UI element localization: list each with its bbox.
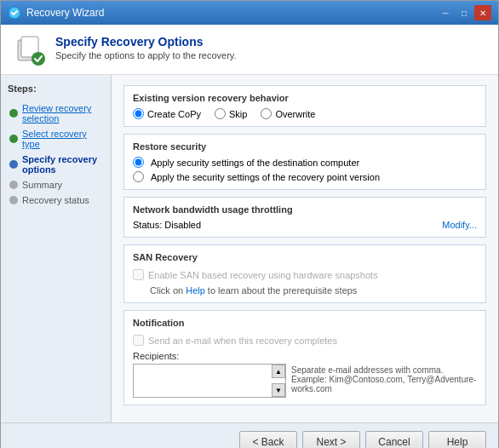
sidebar-item-summary[interactable]: Summary — [8, 177, 104, 192]
san-click-text2: to learn about the prerequisite steps — [205, 285, 358, 296]
radio-dest-input[interactable] — [133, 157, 144, 168]
sidebar-label-specify: Specify recovery options — [22, 154, 102, 175]
sidebar-item-review[interactable]: Review recovery selection — [8, 101, 104, 126]
san-checkbox[interactable] — [133, 269, 144, 280]
recipients-down-btn[interactable]: ▼ — [272, 383, 285, 397]
sidebar-label-select-type: Select recovery type — [22, 129, 102, 149]
modify-link[interactable]: Modify... — [442, 220, 477, 230]
notification-checkbox-text: Send an e-mail when this recovery comple… — [148, 336, 337, 346]
radio-overwrite[interactable]: Overwrite — [261, 108, 315, 119]
existing-version-options: Create CoPy Skip Overwrite — [133, 108, 477, 119]
radio-copy-input[interactable] — [133, 108, 144, 119]
existing-version-section: Existing version recovery behavior Creat… — [123, 85, 486, 127]
page-title: Specify Recovery Options — [55, 35, 237, 49]
recovery-wizard-window: Recovery Wizard ─ □ ✕ Specify Recovery O… — [0, 0, 499, 448]
sidebar-label-review: Review recovery selection — [22, 103, 102, 123]
sidebar-item-specify-options[interactable]: Specify recovery options — [8, 152, 104, 177]
header-icon — [14, 35, 45, 66]
maximize-button[interactable]: □ — [456, 5, 473, 20]
san-checkbox-text: Enable SAN based recovery using hardware… — [148, 270, 378, 280]
restore-security-section: Restore security Apply security settings… — [123, 134, 486, 190]
step-dot-5 — [9, 196, 18, 204]
close-button[interactable]: ✕ — [474, 5, 491, 20]
radio-overwrite-label: Overwrite — [275, 109, 315, 119]
title-bar-left: Recovery Wizard — [8, 6, 104, 20]
step-dot-4 — [9, 181, 18, 189]
header-section: Specify Recovery Options Specify the opt… — [1, 25, 498, 75]
san-recovery-title: SAN Recovery — [133, 252, 477, 262]
step-dot-1 — [9, 109, 18, 118]
window-icon — [8, 6, 21, 20]
san-click-text: Click on — [150, 285, 186, 296]
notification-title: Notification — [133, 318, 477, 328]
back-button[interactable]: < Back — [239, 431, 297, 449]
sidebar-label-summary: Summary — [22, 180, 62, 190]
network-bandwidth-section: Network bandwidth usage throttling Statu… — [123, 197, 486, 238]
sidebar: Steps: Review recovery selection Select … — [1, 75, 112, 422]
window-title: Recovery Wizard — [26, 7, 104, 19]
radio-apply-dest[interactable]: Apply security settings of the destinati… — [133, 157, 477, 168]
sidebar-label-status: Recovery status — [22, 195, 89, 205]
radio-recovery-input[interactable] — [133, 171, 144, 182]
radio-skip-label: Skip — [229, 109, 247, 119]
radio-apply-recovery[interactable]: Apply the security settings of the recov… — [133, 171, 477, 182]
body-section: Steps: Review recovery selection Select … — [1, 75, 498, 422]
title-bar-controls: ─ □ ✕ — [437, 5, 491, 20]
notification-checkbox-label: Send an e-mail when this recovery comple… — [133, 333, 477, 347]
step-dot-2 — [9, 135, 18, 143]
recipients-input[interactable] — [134, 365, 272, 397]
recipients-hint: Separate e-mail addresses with comma. Ex… — [291, 364, 477, 398]
step-dot-3 — [9, 160, 18, 169]
radio-overwrite-input[interactable] — [261, 108, 272, 119]
radio-skip[interactable]: Skip — [215, 108, 247, 119]
cancel-button[interactable]: Cancel — [365, 431, 423, 449]
sidebar-title: Steps: — [8, 83, 104, 94]
sidebar-item-select-type[interactable]: Select recovery type — [8, 126, 104, 152]
restore-security-title: Restore security — [133, 141, 477, 152]
radio-copy-label: Create CoPy — [147, 109, 201, 119]
sidebar-item-recovery-status[interactable]: Recovery status — [8, 192, 104, 208]
network-bandwidth-title: Network bandwidth usage throttling — [133, 204, 477, 215]
next-button[interactable]: Next > — [302, 431, 360, 449]
bandwidth-status: Status: Disabled — [133, 220, 201, 230]
san-recovery-section: SAN Recovery Enable SAN based recovery u… — [123, 244, 486, 303]
recipients-label: Recipients: — [133, 351, 477, 361]
svg-point-3 — [32, 52, 45, 66]
notification-section: Notification Send an e-mail when this re… — [123, 310, 486, 405]
page-subtitle: Specify the options to apply to the reco… — [55, 50, 237, 60]
bandwidth-status-row: Status: Disabled Modify... — [133, 220, 477, 230]
radio-create-copy[interactable]: Create CoPy — [133, 108, 201, 119]
notification-checkbox[interactable] — [133, 335, 144, 346]
san-help-link[interactable]: Help — [186, 285, 205, 296]
minimize-button[interactable]: ─ — [437, 5, 454, 20]
recipients-up-btn[interactable]: ▲ — [272, 365, 285, 378]
san-checkbox-label: Enable SAN based recovery using hardware… — [133, 267, 477, 282]
recipients-row: ▲ ▼ Separate e-mail addresses with comma… — [133, 364, 477, 398]
radio-dest-label: Apply security settings of the destinati… — [151, 158, 359, 168]
main-content: Existing version recovery behavior Creat… — [112, 75, 498, 422]
radio-recovery-label: Apply the security settings of the recov… — [151, 172, 380, 182]
footer: < Back Next > Cancel Help — [1, 422, 498, 448]
title-bar: Recovery Wizard ─ □ ✕ — [1, 1, 498, 25]
existing-version-title: Existing version recovery behavior — [133, 93, 477, 103]
recipients-spinners: ▲ ▼ — [272, 365, 285, 397]
san-help-text: Click on Help to learn about the prerequ… — [133, 285, 477, 296]
main-layout: Specify Recovery Options Specify the opt… — [1, 25, 498, 448]
radio-skip-input[interactable] — [215, 108, 226, 119]
header-text: Specify Recovery Options Specify the opt… — [55, 35, 237, 60]
help-button[interactable]: Help — [428, 431, 486, 449]
